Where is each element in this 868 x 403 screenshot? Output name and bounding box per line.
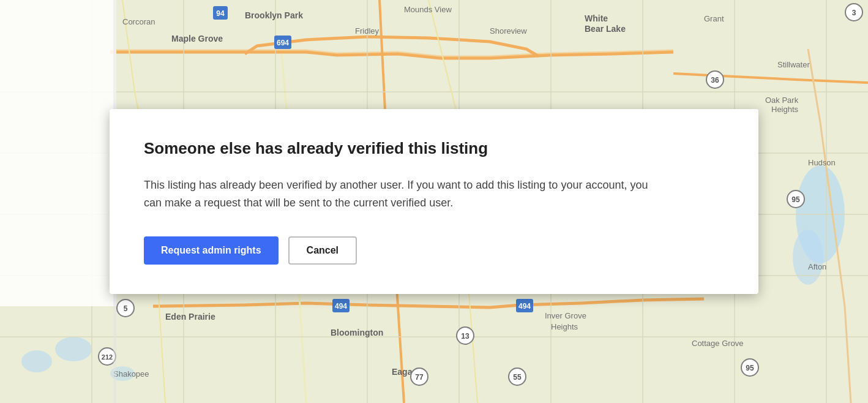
dialog-body-text: This listing has already been verified b… xyxy=(144,176,664,212)
cancel-button[interactable]: Cancel xyxy=(288,236,357,265)
dialog-title: Someone else has already verified this l… xyxy=(144,138,724,159)
verification-dialog: Someone else has already verified this l… xyxy=(110,109,758,293)
modal-overlay: Someone else has already verified this l… xyxy=(0,0,868,403)
dialog-actions: Request admin rights Cancel xyxy=(144,236,724,265)
request-admin-rights-button[interactable]: Request admin rights xyxy=(144,236,279,265)
